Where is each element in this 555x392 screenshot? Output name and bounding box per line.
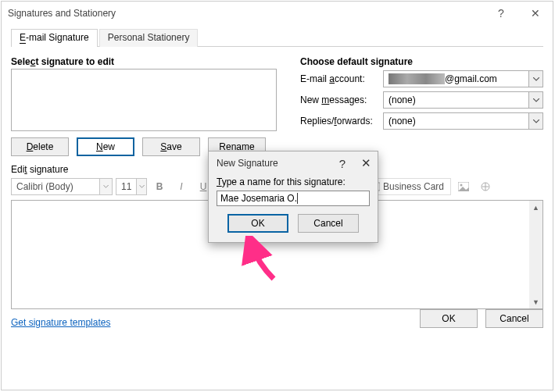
tabs: E-mail Signature Personal Stationery (11, 28, 543, 47)
link-icon (480, 182, 491, 191)
tab-personal-stationery[interactable]: Personal Stationery (99, 29, 199, 47)
replies-forwards-label: Replies/forwards: (300, 116, 383, 127)
email-account-select[interactable]: @gmail.com (383, 70, 543, 87)
chevron-down-icon (136, 179, 146, 194)
select-signature-label: Select signature to edit (11, 56, 277, 67)
scrollbar[interactable]: ▲ ▼ (529, 201, 542, 308)
font-size-select[interactable]: 11 (116, 178, 147, 195)
get-templates-link[interactable]: Get signature templates (11, 317, 110, 328)
new-messages-select[interactable]: (none) (383, 91, 543, 109)
help-button[interactable]: ? (484, 2, 518, 25)
delete-button[interactable]: Delete (11, 137, 69, 156)
font-select[interactable]: Calibri (Body) (11, 178, 113, 195)
close-button[interactable]: ✕ (518, 2, 553, 25)
signature-name-input[interactable]: Mae Josemaria O. (217, 191, 370, 206)
signature-list[interactable] (11, 69, 277, 131)
dialog-help-button[interactable]: ? (331, 157, 354, 170)
ok-button[interactable]: OK (420, 309, 478, 328)
cancel-button[interactable]: Cancel (485, 309, 543, 328)
bold-button[interactable]: B (150, 178, 169, 195)
scroll-up-icon[interactable]: ▲ (529, 201, 542, 214)
link-button[interactable] (476, 178, 495, 195)
new-signature-dialog: New Signature ? ✕ Type a name for this s… (208, 151, 378, 243)
chevron-down-icon[interactable] (528, 113, 542, 129)
default-signature-label: Choose default signature (300, 56, 543, 67)
scroll-down-icon[interactable]: ▼ (529, 295, 542, 308)
dialog-ok-button[interactable]: OK (227, 214, 288, 233)
picture-button[interactable] (454, 178, 473, 195)
chevron-down-icon[interactable] (528, 71, 542, 87)
email-account-label: E-mail account: (300, 73, 383, 84)
svg-point-3 (460, 184, 463, 187)
email-obscured-icon (388, 73, 445, 84)
save-button[interactable]: Save (142, 137, 200, 156)
new-messages-label: New messages: (300, 94, 383, 105)
dialog-label: Type a name for this signature: (209, 175, 378, 189)
dialog-titlebar: New Signature ? ✕ (209, 151, 378, 175)
titlebar: Signatures and Stationery ? ✕ (2, 2, 553, 25)
new-button[interactable]: New (77, 137, 134, 156)
picture-icon (458, 182, 469, 191)
tab-email-signature[interactable]: E-mail Signature (11, 29, 98, 47)
chevron-down-icon[interactable] (528, 92, 542, 108)
italic-button[interactable]: I (172, 178, 191, 195)
chevron-down-icon (99, 179, 112, 194)
dialog-close-button[interactable]: ✕ (354, 156, 378, 170)
replies-forwards-select[interactable]: (none) (383, 112, 543, 130)
dialog-title: New Signature (217, 158, 331, 169)
dialog-cancel-button[interactable]: Cancel (298, 214, 359, 233)
window-title: Signatures and Stationery (8, 8, 484, 19)
